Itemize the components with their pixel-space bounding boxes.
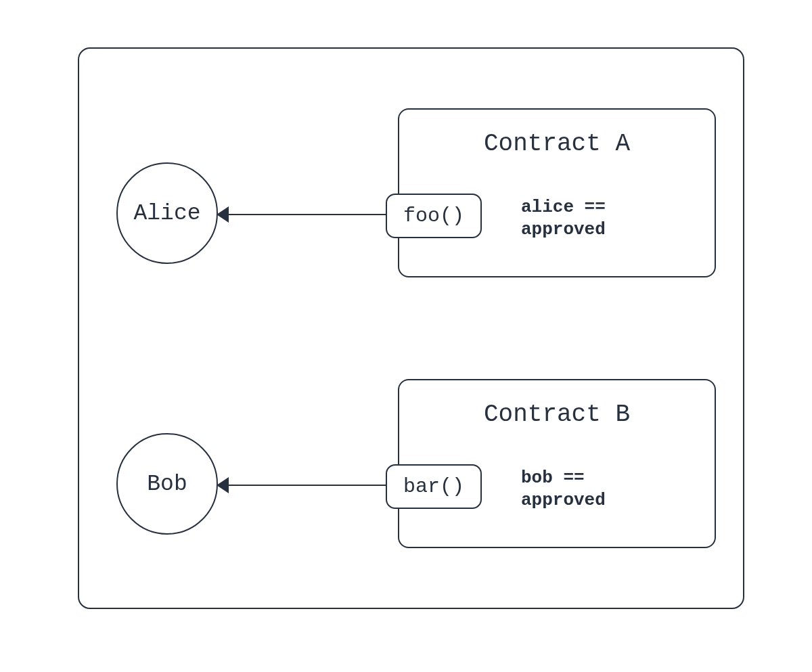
- contract-a-method: foo(): [386, 194, 482, 238]
- arrow-left-icon: [217, 206, 229, 223]
- arrow-a-line: [225, 214, 387, 215]
- contract-b-condition-line2: approved: [521, 490, 606, 510]
- contract-b-box: Contract B: [398, 379, 716, 548]
- arrow-left-icon: [217, 477, 229, 493]
- diagram-canvas: Alice Bob Contract A foo() alice == appr…: [0, 0, 812, 672]
- contract-a-box: Contract A: [398, 108, 716, 277]
- arrow-b-line: [225, 485, 387, 486]
- contract-a-title: Contract A: [399, 130, 715, 158]
- actor-alice: Alice: [116, 162, 218, 264]
- contract-b-condition-line1: bob ==: [521, 468, 585, 488]
- contract-b-method: bar(): [386, 464, 482, 509]
- contract-a-condition-line2: approved: [521, 219, 606, 240]
- actor-bob-label: Bob: [147, 472, 187, 497]
- actor-alice-label: Alice: [133, 201, 200, 226]
- contract-b-title: Contract B: [399, 401, 715, 428]
- actor-bob: Bob: [116, 433, 218, 535]
- contract-a-condition: alice == approved: [521, 196, 697, 240]
- contract-b-condition: bob == approved: [521, 467, 697, 511]
- contract-a-condition-line1: alice ==: [521, 197, 606, 217]
